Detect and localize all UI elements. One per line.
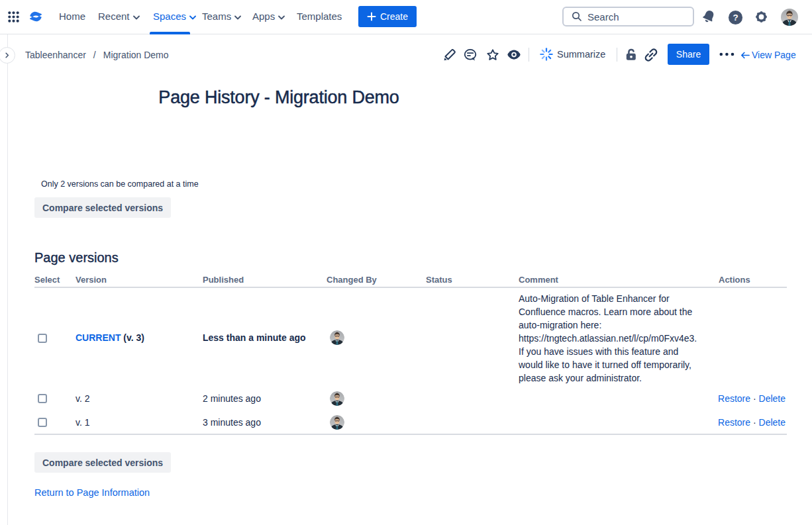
svg-text:?: ? — [733, 13, 738, 23]
